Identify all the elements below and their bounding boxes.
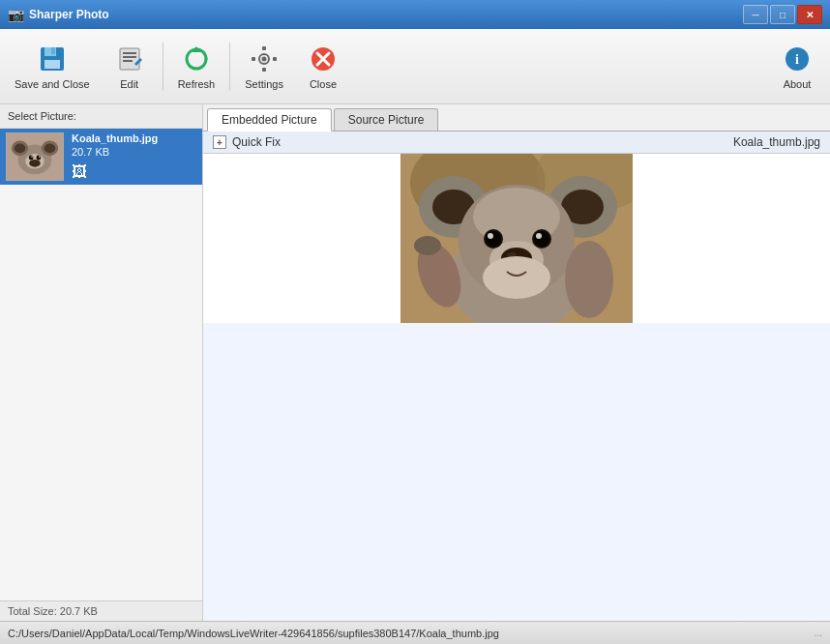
svg-rect-12 <box>252 57 255 61</box>
settings-button[interactable]: Settings <box>234 34 294 100</box>
refresh-label: Refresh <box>178 78 216 90</box>
close-label: Close <box>310 78 337 90</box>
quick-fix-expand-button[interactable]: + <box>213 135 226 149</box>
content-area: Embedded Picture Source Picture + Quick … <box>203 104 830 621</box>
svg-rect-6 <box>123 56 136 58</box>
tab-embedded-picture[interactable]: Embedded Picture <box>207 108 332 132</box>
sidebar-header: Select Picture: <box>0 104 202 129</box>
svg-rect-3 <box>51 47 55 54</box>
close-icon <box>308 44 339 74</box>
app-icon: 📷 <box>8 7 23 22</box>
about-label: About <box>784 78 812 90</box>
svg-point-29 <box>29 156 34 161</box>
toolbar-right: i About <box>768 34 826 100</box>
picture-info: Koala_thumb.jpg 20.7 KB 🖼 <box>72 132 158 181</box>
sidebar: Select Picture: <box>0 104 203 621</box>
tab-bar: Embedded Picture Source Picture <box>203 104 830 132</box>
status-path: C:/Users/Daniel/AppData/Local/Temp/Windo… <box>8 628 499 639</box>
picture-filesize: 20.7 KB <box>72 146 158 158</box>
svg-point-15 <box>262 56 267 61</box>
refresh-icon <box>181 44 212 74</box>
svg-rect-7 <box>123 60 133 62</box>
save-icon <box>37 44 68 74</box>
tab-source-picture[interactable]: Source Picture <box>334 108 439 131</box>
svg-rect-10 <box>262 46 266 50</box>
svg-point-30 <box>36 156 41 161</box>
status-bar: C:/Users/Daniel/AppData/Local/Temp/Windo… <box>0 621 830 644</box>
sidebar-footer: Total Size: 20.7 KB <box>0 600 202 621</box>
edit-button[interactable]: Edit <box>101 34 159 100</box>
settings-label: Settings <box>245 78 283 90</box>
quick-fix-label: Quick Fix <box>232 135 733 149</box>
svg-point-49 <box>488 233 493 239</box>
close-button[interactable]: Close <box>294 34 352 100</box>
edit-label: Edit <box>120 78 138 90</box>
minimize-button[interactable]: ─ <box>743 5 768 24</box>
svg-rect-5 <box>123 52 136 54</box>
svg-point-56 <box>483 256 550 299</box>
svg-point-28 <box>29 160 41 167</box>
svg-rect-2 <box>44 60 60 69</box>
save-and-close-button[interactable]: Save and Close <box>4 34 101 100</box>
status-dots: ... <box>815 628 822 638</box>
window-close-button[interactable]: ✕ <box>797 5 822 24</box>
window-title: Sharper Photo <box>29 8 743 21</box>
panel: + Quick Fix Koala_thumb.jpg <box>203 132 830 621</box>
window-controls: ─ □ ✕ <box>743 5 822 24</box>
picture-filename: Koala_thumb.jpg <box>72 132 158 144</box>
toolbar-separator-1 <box>163 43 163 91</box>
quick-fix-bar: + Quick Fix Koala_thumb.jpg <box>203 132 830 154</box>
svg-point-25 <box>15 143 26 153</box>
quick-fix-filename: Koala_thumb.jpg <box>733 135 820 149</box>
save-and-close-label: Save and Close <box>15 78 90 90</box>
svg-text:i: i <box>795 52 799 67</box>
about-button[interactable]: i About <box>768 34 826 100</box>
svg-point-48 <box>486 231 501 247</box>
svg-point-51 <box>534 231 549 247</box>
koala-image <box>400 154 633 323</box>
svg-point-32 <box>39 156 41 158</box>
svg-point-26 <box>44 143 56 153</box>
toolbar: Save and Close Edit Refresh <box>0 29 830 104</box>
main-area: Select Picture: <box>0 104 830 621</box>
picture-type-icon: 🖼 <box>72 163 158 181</box>
picture-thumbnail <box>6 132 64 181</box>
svg-point-55 <box>565 241 613 318</box>
svg-point-54 <box>414 236 441 255</box>
svg-rect-4 <box>120 48 139 70</box>
edit-icon <box>114 44 145 74</box>
maximize-button[interactable]: □ <box>770 5 795 24</box>
refresh-button[interactable]: Refresh <box>167 34 226 100</box>
svg-rect-13 <box>273 57 277 61</box>
title-bar: 📷 Sharper Photo ─ □ ✕ <box>0 0 830 29</box>
svg-point-52 <box>536 233 542 239</box>
picture-list: Koala_thumb.jpg 20.7 KB 🖼 <box>0 129 202 600</box>
image-display-area <box>203 154 830 323</box>
picture-list-item[interactable]: Koala_thumb.jpg 20.7 KB 🖼 <box>0 129 202 185</box>
about-icon: i <box>782 44 813 74</box>
svg-rect-11 <box>262 68 266 72</box>
settings-icon <box>249 44 280 74</box>
svg-point-31 <box>31 156 33 158</box>
toolbar-separator-2 <box>229 43 230 91</box>
